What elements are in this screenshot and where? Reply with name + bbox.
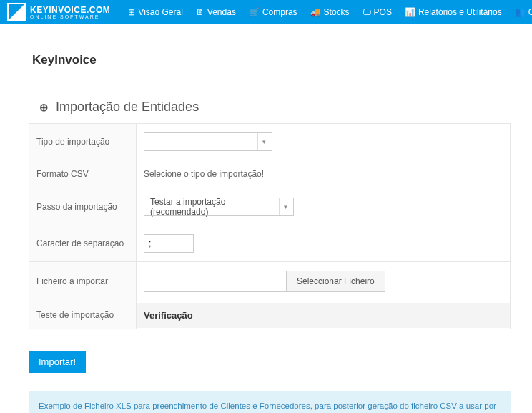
import-step-select[interactable]: Testar a importação (recomendado) ▾ xyxy=(144,198,294,216)
logo-title: KEYINVOICE.COM xyxy=(30,6,110,14)
nav-overview[interactable]: ⊞Visão Geral xyxy=(128,7,182,17)
main-nav: ⊞Visão Geral 🗎Vendas 🛒Compras 🚚Stocks 🖵P… xyxy=(128,7,532,17)
nav-label: Compras xyxy=(262,7,297,17)
section-title: ⊕ Importação de Entidades xyxy=(39,99,511,115)
dashboard-icon: ⊞ xyxy=(128,7,135,17)
people-icon: 👥 xyxy=(515,7,526,17)
nav-label: CRM xyxy=(528,7,532,17)
document-icon: 🗎 xyxy=(196,7,205,17)
nav-stocks[interactable]: 🚚Stocks xyxy=(310,7,350,17)
csv-format-msg: Selecione o tipo de importação! xyxy=(137,160,511,188)
nav-crm[interactable]: 👥CRM xyxy=(515,7,532,17)
truck-icon: 🚚 xyxy=(310,7,321,17)
nav-pos[interactable]: 🖵POS xyxy=(363,7,392,17)
note-text: Exemplo de Ficheiro XLS para preenchimen… xyxy=(39,402,496,413)
nav-purchases[interactable]: 🛒Compras xyxy=(249,7,297,17)
import-type-select[interactable]: ▾ xyxy=(144,132,272,151)
logo-subtitle: ONLINE SOFTWARE xyxy=(30,14,110,19)
cart-icon: 🛒 xyxy=(249,7,260,17)
import-form: Tipo de importação ▾ Formato CSV Selecio… xyxy=(29,123,511,329)
page-title: KeyInvoice xyxy=(32,53,507,67)
chevron-down-icon: ▾ xyxy=(257,133,266,150)
import-step-label: Passo da importação xyxy=(29,188,137,225)
logo[interactable]: KEYINVOICE.COM ONLINE SOFTWARE xyxy=(7,3,110,21)
nav-label: Relatórios e Utilitários xyxy=(418,7,502,17)
top-navbar: KEYINVOICE.COM ONLINE SOFTWARE ⊞Visão Ge… xyxy=(0,0,532,24)
upload-icon: ⊕ xyxy=(39,101,49,114)
verification-heading: Verificação xyxy=(137,303,510,328)
info-note: Exemplo de Ficheiro XLS para preenchimen… xyxy=(29,391,511,413)
separator-label: Caracter de separação xyxy=(29,225,137,262)
nav-sales[interactable]: 🗎Vendas xyxy=(196,7,236,17)
separator-input[interactable] xyxy=(144,234,194,253)
page-content: KeyInvoice ⊕ Importação de Entidades Tip… xyxy=(0,24,532,413)
select-value: Testar a importação (recomendado) xyxy=(150,197,279,217)
file-path-input[interactable] xyxy=(144,271,287,292)
nav-label: POS xyxy=(374,7,392,17)
logo-text: KEYINVOICE.COM ONLINE SOFTWARE xyxy=(30,6,110,19)
select-file-button[interactable]: Seleccionar Ficheiro xyxy=(287,271,385,292)
file-picker: Seleccionar Ficheiro xyxy=(144,271,503,292)
file-label: Ficheiro a importar xyxy=(29,262,137,301)
logo-icon xyxy=(7,3,26,21)
import-button[interactable]: Importar! xyxy=(29,351,86,373)
import-type-label: Tipo de importação xyxy=(29,124,137,160)
chart-icon: 📊 xyxy=(405,7,415,17)
chevron-down-icon: ▾ xyxy=(279,198,287,215)
nav-label: Vendas xyxy=(207,7,236,17)
monitor-icon: 🖵 xyxy=(363,7,371,17)
nav-label: Stocks xyxy=(324,7,350,17)
section-title-text: Importação de Entidades xyxy=(56,99,199,115)
nav-label: Visão Geral xyxy=(138,7,182,17)
csv-format-label: Formato CSV xyxy=(29,160,137,188)
nav-reports[interactable]: 📊Relatórios e Utilitários xyxy=(405,7,502,17)
test-label: Teste de importação xyxy=(29,301,137,329)
